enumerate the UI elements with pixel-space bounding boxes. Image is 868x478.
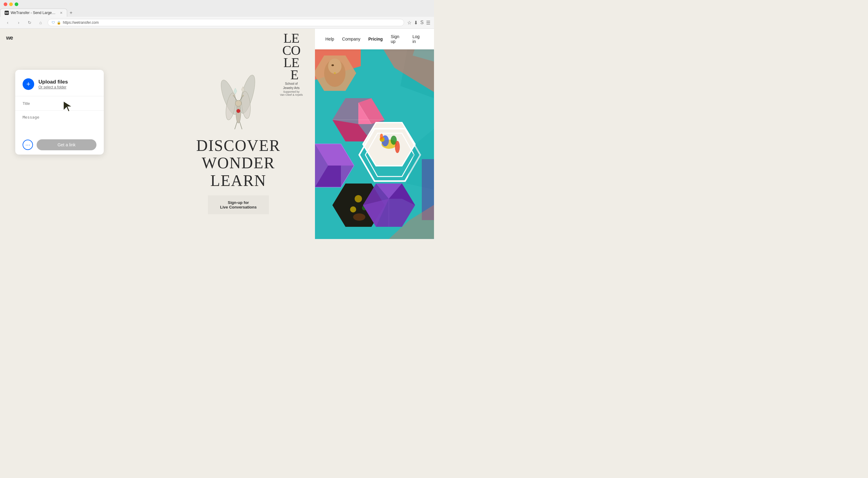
address-bar[interactable]: 🛡 🔒 https://wetransfer.com: [48, 19, 404, 26]
svg-point-38: [380, 134, 383, 140]
select-folder-link[interactable]: Or select a folder: [38, 85, 68, 89]
home-button[interactable]: ⌂: [37, 19, 44, 27]
ad-bird-illustration: [208, 64, 269, 134]
svg-point-8: [235, 100, 241, 106]
svg-point-36: [395, 141, 400, 153]
tab-bar: we WeTransfer - Send Large Files & ✕ +: [0, 8, 434, 17]
browser-chrome: we WeTransfer - Send Large Files & ✕ + ‹…: [0, 0, 434, 29]
menu-icon[interactable]: ☰: [426, 20, 430, 26]
ad-logo-text: LE CO LE E: [280, 32, 303, 82]
nav-bar: Help Company Pricing Sign up Log in: [315, 29, 434, 49]
ad-supported: Supported by Van Cleef & Arpels: [280, 90, 303, 96]
svg-point-24: [334, 72, 336, 74]
nav-help[interactable]: Help: [322, 35, 337, 43]
ad-cta-button[interactable]: Sign-up for Live Conversations: [208, 195, 269, 214]
left-section: we + Upload files Or select a folder ⋯ G…: [0, 29, 162, 239]
lock-icon: 🔒: [57, 21, 61, 25]
forward-button[interactable]: ›: [14, 19, 23, 27]
svg-point-22: [328, 59, 342, 74]
back-button[interactable]: ‹: [4, 19, 11, 27]
ad-logo: LE CO LE E School of Jewelry Arts Suppor…: [280, 32, 303, 96]
active-tab[interactable]: we WeTransfer - Send Large Files & ✕: [0, 8, 67, 17]
security-icon: 🛡: [52, 21, 55, 24]
ad-cta-line1: Sign-up for: [220, 200, 257, 205]
svg-point-14: [233, 95, 235, 97]
svg-point-44: [355, 195, 362, 202]
svg-line-10: [235, 122, 237, 129]
svg-point-46: [350, 206, 356, 212]
upload-add-button[interactable]: +: [23, 78, 34, 90]
svg-line-11: [240, 122, 242, 129]
bookmark-icon[interactable]: ☆: [407, 20, 411, 26]
upload-text: Upload files Or select a folder: [38, 79, 68, 89]
title-field[interactable]: [15, 96, 104, 111]
tab-title: WeTransfer - Send Large Files &: [11, 11, 56, 15]
nav-pricing[interactable]: Pricing: [365, 35, 386, 43]
maximize-button[interactable]: [14, 2, 18, 6]
wetransfer-logo: we: [6, 35, 13, 41]
svg-point-9: [237, 109, 240, 113]
close-button[interactable]: [4, 2, 7, 6]
minimize-button[interactable]: [9, 2, 13, 6]
title-bar: [0, 0, 434, 8]
download-icon[interactable]: ⬇: [414, 20, 418, 26]
toolbar: ‹ › ↻ ⌂ 🛡 🔒 https://wetransfer.com ☆ ⬇ S…: [0, 17, 434, 29]
toolbar-right: ☆ ⬇ S ☰: [407, 20, 430, 26]
nav-login[interactable]: Log in: [410, 33, 427, 45]
page-content: we + Upload files Or select a folder ⋯ G…: [0, 29, 434, 239]
message-input[interactable]: [23, 115, 96, 129]
card-footer: ⋯ Get a link: [15, 135, 104, 155]
ad-headline: DISCOVER WONDER LEARN: [196, 137, 280, 189]
url-text: https://wetransfer.com: [63, 21, 99, 25]
svg-point-23: [332, 64, 334, 66]
message-field[interactable]: [15, 111, 104, 135]
ad-school-name: School of Jewelry Arts: [280, 82, 303, 90]
get-link-button[interactable]: Get a link: [37, 139, 96, 150]
title-input[interactable]: [23, 101, 96, 106]
tab-favicon: we: [5, 11, 9, 15]
svg-point-15: [242, 95, 244, 97]
tab-close-button[interactable]: ✕: [60, 11, 63, 15]
upload-card: + Upload files Or select a folder ⋯ Get …: [15, 70, 104, 155]
traffic-lights: [4, 2, 18, 6]
nav-signup[interactable]: Sign up: [388, 33, 407, 45]
reload-button[interactable]: ↻: [26, 19, 34, 27]
upload-title: Upload files: [38, 79, 68, 85]
svg-point-47: [353, 213, 365, 221]
ad-cta-line2: Live Conversations: [220, 205, 257, 209]
right-section: Help Company Pricing Sign up Log in: [315, 29, 434, 239]
svg-marker-6: [234, 88, 237, 94]
middle-section: LE CO LE E School of Jewelry Arts Suppor…: [162, 29, 315, 239]
upload-area: + Upload files Or select a folder: [15, 70, 104, 96]
new-tab-button[interactable]: +: [67, 9, 75, 17]
more-options-button[interactable]: ⋯: [23, 140, 33, 150]
nav-company[interactable]: Company: [339, 35, 364, 43]
account-icon[interactable]: S: [420, 20, 424, 25]
collage: [315, 44, 434, 239]
